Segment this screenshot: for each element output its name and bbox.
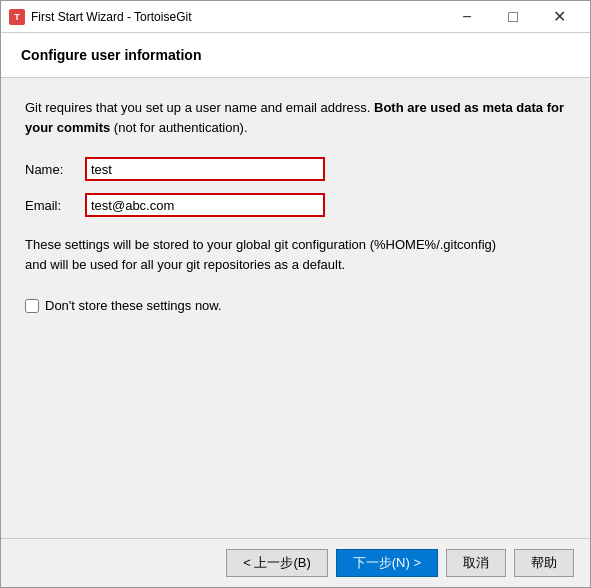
dont-store-row: Don't store these settings now.	[25, 298, 566, 313]
maximize-button[interactable]: □	[490, 1, 536, 33]
name-input[interactable]	[85, 157, 325, 181]
name-label: Name:	[25, 162, 85, 177]
page-title: Configure user information	[21, 47, 570, 63]
name-field-group: Name:	[25, 157, 566, 181]
close-button[interactable]: ✕	[536, 1, 582, 33]
help-button[interactable]: 帮助	[514, 549, 574, 577]
storage-note: These settings will be stored to your gl…	[25, 235, 566, 274]
app-icon: T	[9, 9, 25, 25]
email-field-group: Email:	[25, 193, 566, 217]
footer: < 上一步(B) 下一步(N) > 取消 帮助	[1, 538, 590, 587]
back-button[interactable]: < 上一步(B)	[226, 549, 328, 577]
window-controls: − □ ✕	[444, 1, 582, 33]
email-input[interactable]	[85, 193, 325, 217]
minimize-button[interactable]: −	[444, 1, 490, 33]
dont-store-label: Don't store these settings now.	[45, 298, 222, 313]
description-text: Git requires that you set up a user name…	[25, 98, 566, 137]
next-button[interactable]: 下一步(N) >	[336, 549, 438, 577]
window-title: First Start Wizard - TortoiseGit	[31, 10, 444, 24]
cancel-button[interactable]: 取消	[446, 549, 506, 577]
header-section: Configure user information	[1, 33, 590, 78]
content-area: Git requires that you set up a user name…	[1, 78, 590, 538]
email-label: Email:	[25, 198, 85, 213]
dont-store-checkbox[interactable]	[25, 299, 39, 313]
title-bar: T First Start Wizard - TortoiseGit − □ ✕	[1, 1, 590, 33]
main-window: T First Start Wizard - TortoiseGit − □ ✕…	[0, 0, 591, 588]
